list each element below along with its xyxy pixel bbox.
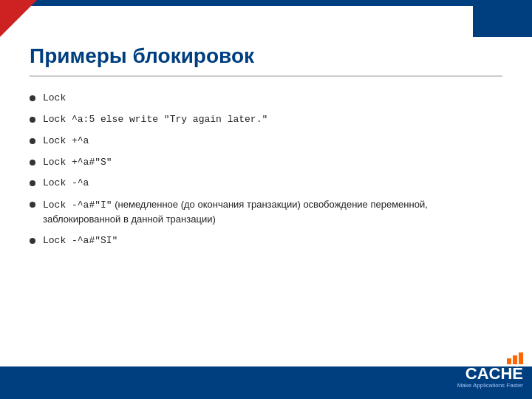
bullet-dot [30,202,35,208]
list-item: Lock +^a [30,134,502,149]
list-item: Lock -^a#"I" (немедленное (до окончания … [30,198,502,227]
list-item: Lock -^a [30,177,502,191]
list-item: Lock [30,92,502,106]
slide: Примеры блокировок LockLock ^a:5 else wr… [0,0,532,399]
top-accent-bar [0,0,532,6]
cache-brand-text: InterSystems [484,345,523,352]
bullet-dot [30,117,35,123]
list-item: Lock +^a#"S" [30,156,502,170]
bar1 [507,358,511,364]
bottom-bar [0,366,532,399]
cache-logo: InterSystems CACHÉ Make Applications Fas… [457,345,523,389]
bullet-dot [30,95,35,101]
bullet-dot [30,160,35,166]
bullet-text-content: Lock [43,92,66,106]
cache-tagline-text: Make Applications Faster [457,382,523,389]
list-item: Lock ^a:5 else write "Try again later." [30,113,502,127]
bullet-text-content: Lock +^a#"S" [43,156,112,170]
bullet-dot [30,180,35,186]
bar2 [513,355,517,364]
bullet-text-content: Lock ^a:5 else write "Try again later." [43,113,267,127]
bullet-dot [30,138,35,144]
cache-icon-bars [507,352,523,364]
bullet-text-content: Lock -^a#"I" (немедленное (до окончания … [43,198,502,227]
corner-triangle [0,0,37,37]
list-item: Lock -^a#"SI" [30,234,502,248]
bullet-list: LockLock ^a:5 else write "Try again late… [30,92,502,248]
cache-name-text: CACHÉ [466,366,523,382]
bullet-text-content: Lock -^a [43,177,89,191]
bullet-text-content: Lock -^a#"SI" [43,234,117,248]
slide-title: Примеры блокировок [30,44,502,77]
bullet-text-content: Lock +^a [43,134,89,149]
bar3 [519,352,523,364]
bullet-dot [30,238,35,244]
corner-rect [473,0,532,37]
